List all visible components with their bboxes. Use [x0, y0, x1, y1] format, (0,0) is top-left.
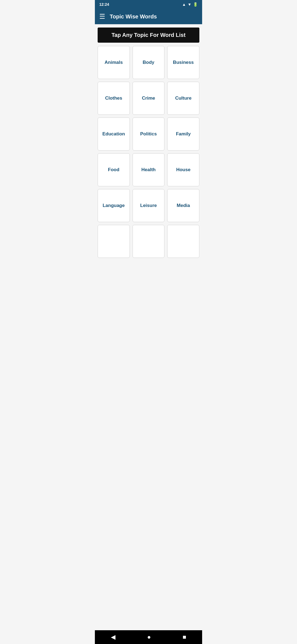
topic-card-health[interactable]: Health	[133, 153, 165, 186]
topic-card-politics[interactable]: Politics	[133, 118, 165, 151]
topic-card-empty-16	[133, 225, 165, 258]
topic-card-animals[interactable]: Animals	[98, 46, 130, 79]
wifi-icon: ▼	[188, 2, 191, 7]
topic-card-body[interactable]: Body	[133, 46, 165, 79]
topic-card-empty-15	[98, 225, 130, 258]
topic-card-house[interactable]: House	[167, 153, 199, 186]
status-time: 12:24	[99, 2, 109, 7]
menu-icon[interactable]: ☰	[99, 13, 105, 20]
topic-card-leisure[interactable]: Leisure	[133, 189, 165, 222]
topic-card-food[interactable]: Food	[98, 153, 130, 186]
topic-card-empty-17	[167, 225, 199, 258]
topic-card-language[interactable]: Language	[98, 189, 130, 222]
signal-icon: ▲	[182, 2, 186, 7]
app-header: ☰ Topic Wise Words	[95, 9, 202, 24]
topic-card-media[interactable]: Media	[167, 189, 199, 222]
topics-grid: AnimalsBodyBusinessClothesCrimeCultureEd…	[95, 46, 202, 261]
banner: Tap Any Topic For Word List	[98, 28, 199, 43]
topic-card-family[interactable]: Family	[167, 118, 199, 151]
page-title: Topic Wise Words	[110, 13, 157, 20]
status-icons: ▲ ▼ 🔋	[182, 2, 198, 7]
topic-card-culture[interactable]: Culture	[167, 82, 199, 115]
battery-icon: 🔋	[193, 2, 198, 7]
topic-card-crime[interactable]: Crime	[133, 82, 165, 115]
topic-card-business[interactable]: Business	[167, 46, 199, 79]
status-bar: 12:24 ▲ ▼ 🔋	[95, 0, 202, 9]
topic-card-education[interactable]: Education	[98, 118, 130, 151]
topic-card-clothes[interactable]: Clothes	[98, 82, 130, 115]
